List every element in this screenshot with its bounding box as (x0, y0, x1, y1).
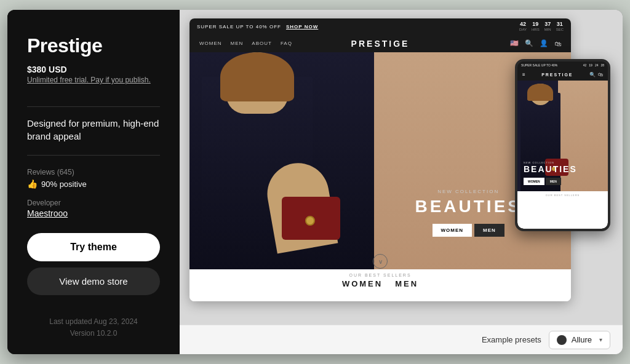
nav-about[interactable]: ABOUT (252, 41, 272, 46)
pay-if-publish: Pay if you publish. (89, 76, 151, 84)
mobile-hero-content: NEW COLLECTION BEAUTIES WOMEN MEN (524, 161, 602, 185)
preset-selector[interactable]: Allure ▾ (549, 331, 610, 349)
countdown-hrs-value: 19 (532, 22, 538, 28)
user-icon[interactable]: 👤 (540, 39, 548, 47)
nav-men[interactable]: MEN (231, 41, 244, 46)
nav-faq[interactable]: FAQ (281, 41, 292, 46)
sale-text: SUPER SALE UP TO 40% OFF (197, 24, 281, 30)
developer-label: Developer (27, 199, 160, 207)
countdown: 42 DAY 19 HRS 37 MIN 31 (519, 22, 564, 31)
countdown-sec-value: 31 (557, 22, 563, 28)
cart-icon[interactable]: 🛍 (554, 40, 561, 47)
scroll-down-button[interactable]: ∨ (373, 254, 388, 269)
thumbs-up-icon: 👍 (27, 179, 38, 189)
preset-color-dot (557, 335, 567, 345)
reviews-section: Reviews (645) 👍 90% positive (27, 168, 160, 189)
bottom-bar: Example presets Allure ▾ (180, 325, 623, 354)
mobile-hero: NEW COLLECTION BEAUTIES WOMEN MEN (517, 81, 608, 191)
preset-name: Allure (572, 335, 592, 344)
best-sellers-categories: WOMEN MEN (199, 279, 561, 288)
developer-name[interactable]: Maestrooo (27, 208, 160, 218)
mobile-nav-icons: 🔍 🛍 (589, 72, 603, 77)
nav-right: 🇺🇸 🔍 👤 🛍 (510, 39, 561, 47)
mobile-women-button[interactable]: WOMEN (524, 178, 544, 185)
hamburger-icon[interactable]: ≡ (522, 72, 525, 77)
countdown-days-label: DAY (519, 28, 527, 32)
shop-banner: SUPER SALE UP TO 40% OFF SHOP NOW 42 DAY… (189, 18, 571, 34)
mobile-bs-label: OUR BEST SELLERS (521, 194, 604, 197)
banner-left: SUPER SALE UP TO 40% OFF SHOP NOW (197, 24, 318, 30)
nav-links: WOMEN MEN ABOUT FAQ (199, 41, 292, 46)
best-sellers-section: OUR BEST SELLERS WOMEN MEN (189, 269, 571, 301)
mobile-men-button[interactable]: MEN (546, 178, 561, 185)
mobile-banner: SUPER SALE UP TO 40% 42 19 24 28 (517, 61, 608, 69)
developer-section: Developer Maestrooo (27, 199, 160, 218)
preview-area: SUPER SALE UP TO 40% OFF SHOP NOW 42 DAY… (180, 10, 623, 325)
mobile-cart-icon[interactable]: 🛍 (598, 72, 603, 77)
best-sellers-label: OUR BEST SELLERS (199, 273, 561, 277)
hero-buttons: WOMEN MEN (415, 224, 522, 237)
mobile-nav: ≡ PRESTIGE 🔍 🛍 (517, 69, 608, 81)
hero-title: BEAUTIES (415, 197, 522, 216)
mobile-logo: PRESTIGE (541, 73, 573, 77)
mobile-search-icon[interactable]: 🔍 (589, 72, 596, 77)
mobile-rest: OUR BEST SELLERS (517, 191, 608, 229)
version-number: Version 10.2.0 (27, 328, 160, 339)
nav-women[interactable]: WOMEN (199, 41, 222, 46)
m-hrs: 19 (589, 63, 592, 67)
last-updated-date: Last updated Aug 23, 2024 (27, 316, 160, 328)
chevron-down-icon: ▾ (599, 336, 602, 343)
countdown-min-value: 37 (544, 22, 551, 28)
shop-now-link[interactable]: SHOP NOW (286, 24, 318, 30)
app-window: Prestige $380 USD Unlimited free trial. … (7, 10, 623, 354)
mobile-hair (527, 84, 553, 101)
nav-logo: PRESTIGE (351, 39, 410, 49)
bs-women[interactable]: WOMEN (342, 279, 383, 288)
free-trial-text: Unlimited free trial. Pay if you publish… (27, 76, 160, 84)
countdown-days-value: 42 (520, 22, 526, 28)
theme-description: Designed for premium, high-end brand app… (27, 117, 160, 143)
mobile-countdown: 42 19 24 28 (583, 63, 604, 67)
hero-men-button[interactable]: MEN (474, 224, 504, 237)
countdown-min-label: MIN (544, 28, 551, 32)
countdown-sec: 31 SEC (556, 22, 564, 31)
try-theme-button[interactable]: Try theme (27, 233, 160, 261)
m-days: 42 (583, 63, 587, 67)
countdown-min: 37 MIN (544, 22, 551, 31)
mobile-preview: SUPER SALE UP TO 40% 42 19 24 28 ≡ PREST… (515, 59, 610, 231)
positive-percentage: 90% positive (41, 180, 87, 189)
desktop-preview: SUPER SALE UP TO 40% OFF SHOP NOW 42 DAY… (189, 18, 571, 301)
m-sec: 28 (600, 63, 604, 67)
countdown-days: 42 DAY (519, 22, 527, 31)
example-presets-label: Example presets (482, 335, 541, 344)
m-min: 24 (595, 63, 599, 67)
left-panel: Prestige $380 USD Unlimited free trial. … (7, 10, 180, 354)
hero-section: NEW COLLECTION BEAUTIES WOMEN MEN ∨ (189, 52, 571, 274)
shop-nav: WOMEN MEN ABOUT FAQ PRESTIGE 🇺🇸 🔍 👤 🛍 (189, 34, 571, 52)
countdown-hrs-label: HRS (532, 28, 540, 32)
mobile-hero-buttons: WOMEN MEN (524, 178, 602, 185)
countdown-hrs: 19 HRS (532, 22, 540, 31)
reviews-label: Reviews (645) (27, 168, 160, 176)
hero-subtitle: NEW COLLECTION (415, 189, 522, 194)
search-icon[interactable]: 🔍 (525, 39, 533, 47)
right-panel: SUPER SALE UP TO 40% OFF SHOP NOW 42 DAY… (180, 10, 623, 354)
theme-price: $380 USD (27, 65, 160, 74)
buttons-section: Try theme View demo store (27, 233, 160, 295)
divider-1 (27, 106, 160, 107)
view-demo-button[interactable]: View demo store (27, 267, 160, 295)
person-hair (220, 52, 294, 101)
last-updated: Last updated Aug 23, 2024 Version 10.2.0 (27, 306, 160, 339)
bs-men[interactable]: MEN (395, 279, 418, 288)
mobile-sale-text: SUPER SALE UP TO 40% (521, 63, 557, 67)
hero-women-button[interactable]: WOMEN (433, 224, 472, 237)
divider-2 (27, 155, 160, 156)
hero-background (189, 52, 571, 274)
mobile-hero-title: BEAUTIES (524, 164, 602, 174)
mobile-inner: SUPER SALE UP TO 40% 42 19 24 28 ≡ PREST… (517, 61, 608, 229)
theme-title: Prestige (27, 34, 160, 57)
countdown-sec-label: SEC (556, 28, 564, 32)
free-trial-link[interactable]: Unlimited free trial. (27, 76, 89, 84)
hero-content: NEW COLLECTION BEAUTIES WOMEN MEN (415, 189, 522, 237)
flag-icon: 🇺🇸 (510, 39, 519, 47)
